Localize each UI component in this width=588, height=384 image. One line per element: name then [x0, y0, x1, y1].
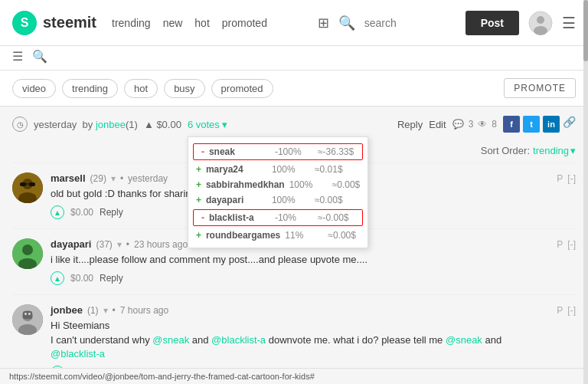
post-button[interactable]: Post: [466, 11, 519, 35]
search-input[interactable]: [364, 17, 456, 29]
facebook-share-icon[interactable]: f: [503, 116, 520, 133]
comment-rep-dayapari: (37): [96, 239, 112, 250]
time-icon: ◷: [12, 117, 28, 132]
status-url: https://steemit.com/video/@jonbee/tom-an…: [9, 372, 315, 381]
scrollbar[interactable]: [583, 0, 588, 384]
svg-rect-15: [23, 311, 32, 319]
flag-jonbee[interactable]: P: [557, 305, 563, 316]
svg-rect-6: [20, 182, 26, 186]
main-content: ◷ yesterday by jonbee(1) ▲ $0.00 6 votes…: [0, 107, 588, 384]
post-time: yesterday by jonbee(1): [34, 119, 138, 130]
flag-marsell[interactable]: P: [557, 173, 563, 184]
vote-row-sneak: - sneak -100% ≈-36.33$: [193, 143, 363, 160]
search-icon-2[interactable]: 🔍: [32, 49, 47, 64]
comment-dollar-dayapari: $0.00: [70, 273, 93, 284]
sort-label: Sort Order:: [481, 145, 530, 156]
comment-rep-jonbee: (1): [87, 305, 99, 316]
votes-dropdown: 6 votes ▾ - sneak -100% ≈-36.33$ + marya…: [188, 118, 228, 130]
comment-date-dayapari: 23 hours ago: [134, 239, 188, 250]
votes-link[interactable]: 6 votes ▾: [188, 119, 228, 130]
upvote-marsell[interactable]: ▲: [51, 205, 64, 219]
svg-rect-17: [28, 313, 31, 315]
comment-author-marsell[interactable]: marsell: [51, 172, 86, 184]
header-right: ⊞ 🔍 Post ☰: [318, 11, 576, 35]
twitter-share-icon[interactable]: t: [523, 116, 540, 133]
svg-rect-7: [29, 182, 35, 186]
sort-dropdown[interactable]: trending ▾: [533, 145, 576, 156]
svg-point-10: [22, 245, 33, 255]
mention-blacklist-a-2[interactable]: @blacklist-a: [51, 348, 105, 359]
post-author[interactable]: jonbee: [96, 119, 126, 130]
avatar-dayapari: [12, 238, 43, 269]
comment-date-marsell: yesterday: [128, 173, 168, 184]
comment-icon: 💬: [452, 119, 464, 130]
logo-icon[interactable]: S: [12, 11, 37, 35]
comment-text-jonbee: Hi Steemians I can't understand why @sne…: [51, 319, 576, 361]
comment-header-jonbee: jonbee (1) ▾ • 7 hours ago P [-]: [51, 304, 576, 316]
list-icon[interactable]: ☰: [12, 49, 23, 64]
vote-row-dayapari: + dayapari 100% ≈0.00$: [188, 192, 368, 208]
reply-dayapari[interactable]: Reply: [100, 273, 123, 284]
mention-sneak-1[interactable]: @sneak: [152, 334, 189, 346]
svg-point-2: [534, 26, 547, 35]
comment-date-jonbee: 7 hours ago: [120, 305, 168, 316]
comment-time-marsell: •: [120, 173, 123, 184]
edit-button[interactable]: Edit: [429, 119, 446, 130]
vote-row-sabbirahmedkhan: + sabbirahmedkhan 100% ≈0.00$: [188, 177, 368, 192]
header-row2: ☰ 🔍: [0, 46, 588, 71]
post-meta: ◷ yesterday by jonbee(1) ▲ $0.00 6 votes…: [12, 117, 391, 132]
comment-text-dayapari: i like it....please follow and comment m…: [51, 253, 576, 267]
svg-point-1: [537, 16, 544, 24]
comment-rep-marsell: (29): [90, 173, 106, 184]
comment-count: 3: [469, 119, 474, 130]
main-nav: trending new hot promoted: [112, 17, 267, 29]
flag-dayapari[interactable]: P: [557, 239, 563, 250]
sort-chevron-icon: ▾: [570, 145, 576, 156]
reply-button[interactable]: Reply: [397, 119, 423, 130]
view-icon: 👁: [478, 119, 487, 130]
mention-sneak-2[interactable]: @sneak: [446, 334, 482, 346]
tags-bar: video trending hot busy promoted PROMOTE: [0, 71, 588, 107]
logo-text: steemit: [43, 14, 96, 31]
vote-row-roundbeargames: + roundbeargames 11% ≈0.00$: [188, 228, 368, 243]
social-share-icons: f t in 🔗: [503, 116, 576, 133]
nav-trending[interactable]: trending: [112, 17, 151, 29]
votes-popup: - sneak -100% ≈-36.33$ + marya24 100% ≈0…: [188, 136, 368, 248]
user-avatar-icon[interactable]: [528, 11, 553, 35]
post-dollar: ▲ $0.00: [144, 119, 181, 130]
collapse-jonbee[interactable]: [-]: [567, 305, 576, 316]
nav-new[interactable]: new: [163, 17, 183, 29]
upvote-dayapari[interactable]: ▲: [51, 271, 64, 285]
nav-hot[interactable]: hot: [194, 17, 209, 29]
post-actions: Reply Edit 💬 3 👁 8 f t in 🔗: [397, 116, 576, 133]
status-bar: https://steemit.com/video/@jonbee/tom-an…: [0, 368, 588, 384]
tag-promoted[interactable]: promoted: [211, 79, 273, 98]
promote-button[interactable]: PROMOTE: [504, 78, 576, 98]
comment-author-jonbee[interactable]: jonbee: [51, 304, 83, 316]
collapse-dayapari[interactable]: [-]: [567, 239, 576, 250]
vote-row-marya24: + marya24 100% ≈0.01$: [188, 162, 368, 177]
copy-link-icon[interactable]: 🔗: [563, 116, 576, 133]
avatar-marsell: [12, 172, 43, 203]
logo-area: S steemit: [12, 11, 96, 35]
search-icon[interactable]: 🔍: [338, 15, 355, 31]
grid-icon[interactable]: ⊞: [318, 15, 329, 31]
hamburger-menu[interactable]: ☰: [562, 14, 576, 32]
linkedin-share-icon[interactable]: in: [543, 116, 560, 133]
nav-promoted[interactable]: promoted: [222, 17, 267, 29]
tag-busy[interactable]: busy: [164, 79, 204, 98]
comment-time-dayapari: •: [126, 239, 129, 250]
comment-time-jonbee: •: [113, 305, 116, 316]
tag-video[interactable]: video: [12, 79, 56, 98]
post-stats: 💬 3 👁 8: [452, 119, 497, 130]
scrollbar-thumb[interactable]: [583, 0, 588, 61]
vote-row-blacklist-a: - blacklist-a -10% ≈-0.00$: [193, 209, 363, 226]
tag-trending[interactable]: trending: [62, 79, 118, 98]
collapse-marsell[interactable]: [-]: [567, 173, 576, 184]
mention-blacklist-a-1[interactable]: @blacklist-a: [211, 334, 266, 346]
comment-author-dayapari[interactable]: dayapari: [51, 238, 91, 250]
tag-hot[interactable]: hot: [124, 79, 158, 98]
reply-marsell[interactable]: Reply: [100, 207, 123, 218]
comment-dollar-marsell: $0.00: [70, 207, 93, 218]
comment-footer-dayapari: ▲ $0.00 Reply: [51, 271, 576, 285]
